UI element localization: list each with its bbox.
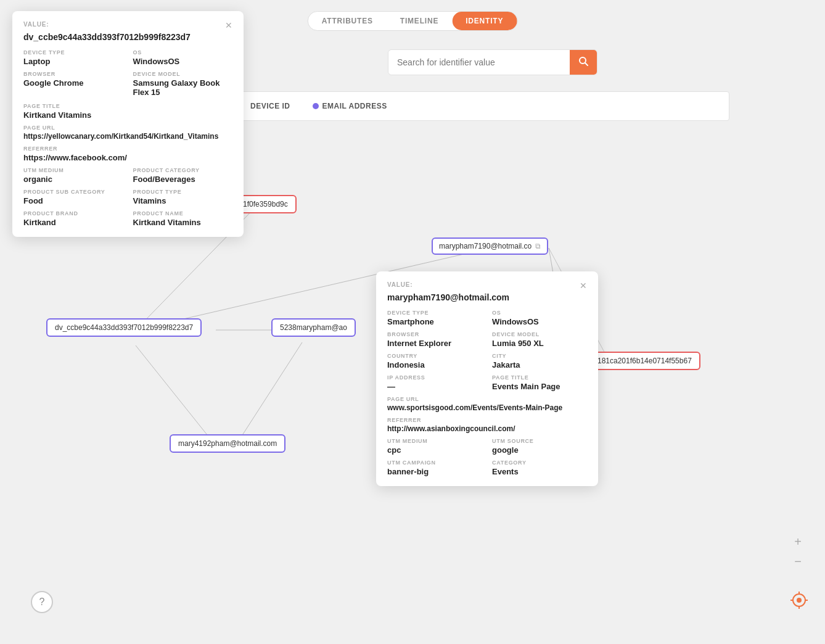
help-icon: ? — [39, 597, 45, 608]
label-r-browser: BROWSER — [387, 331, 482, 337]
search-bar — [388, 49, 597, 75]
value-r-device-model: Lumia 950 XL — [492, 339, 587, 348]
value-r-page-url: www.sportsisgood.com/Events/Events-Main-… — [387, 403, 587, 412]
node-dv-label: dv_ccbe9c44a33dd393f7012b999f8223d7 — [55, 323, 193, 332]
field-product-sub: PRODUCT SUB CATEGORY Food — [23, 189, 123, 205]
label-r-device-type: DEVICE TYPE — [387, 310, 482, 316]
tab-timeline[interactable]: TIMELINE — [387, 12, 452, 30]
zoom-out-button[interactable]: − — [789, 553, 807, 570]
field-r-page-url-group: PAGE URL www.sportsisgood.com/Events/Eve… — [387, 396, 587, 412]
label-device-model: DEVICE MODEL — [133, 71, 233, 77]
field-r-utm-source: UTM SOURCE google — [492, 438, 587, 455]
popup-right-value: marypham7190@hotmail.com — [387, 292, 587, 302]
label-r-category: CATEGORY — [492, 460, 587, 466]
search-button[interactable] — [570, 50, 597, 75]
label-r-city: CITY — [492, 353, 587, 359]
node-mary4192[interactable]: mary4192pham@hotmail.com — [170, 434, 285, 453]
label-r-page-title: PAGE TITLE — [492, 374, 587, 381]
popup-right-close[interactable]: ✕ — [580, 281, 587, 290]
field-r-utm-medium: UTM MEDIUM cpc — [387, 438, 482, 455]
value-r-utm-medium: cpc — [387, 445, 482, 455]
tab-identity[interactable]: IDENTITY — [452, 12, 517, 30]
label-utm-medium-l: UTM MEDIUM — [23, 167, 123, 173]
search-area — [259, 49, 726, 75]
node-5238[interactable]: 5238marypham@ao — [271, 318, 356, 337]
field-r-utm-campaign: UTM CAMPAIGN banner-big — [387, 460, 482, 476]
popup-left: VALUE: ✕ dv_ccbe9c44a33dd393f7012b999f82… — [12, 11, 244, 237]
field-r-country: COUNTRY Indonesia — [387, 353, 482, 369]
node-dv[interactable]: dv_ccbe9c44a33dd393f7012b999f8223d7 — [46, 318, 202, 337]
field-r-ip: IP ADDRESS — — [387, 374, 482, 391]
label-product-category: PRODUCT CATEGORY — [133, 167, 233, 173]
filter-email[interactable]: EMAIL ADDRESS — [304, 98, 396, 114]
value-device-type: Laptop — [23, 57, 123, 66]
popup-left-value: dv_ccbe9c44a33dd393f7012b999f8223d7 — [23, 32, 232, 42]
field-r-device-model: DEVICE MODEL Lumia 950 XL — [492, 331, 587, 348]
copy-icon[interactable]: ⧉ — [535, 242, 541, 250]
popup-right-label: VALUE: — [387, 281, 412, 288]
value-r-utm-source: google — [492, 445, 587, 455]
label-r-referrer: REFERRER — [387, 417, 587, 423]
label-product-type: PRODUCT TYPE — [133, 189, 233, 195]
zoom-in-button[interactable]: + — [789, 533, 807, 550]
field-device-type: DEVICE TYPE Laptop — [23, 49, 123, 66]
value-device-model: Samsung Galaxy Book Flex 15 — [133, 78, 233, 97]
email-badge-text: marypham7190@hotmail.co — [439, 242, 532, 250]
filter-device-id[interactable]: DEVICE ID — [242, 98, 299, 114]
popup-left-header: VALUE: ✕ — [23, 21, 232, 30]
field-page-title-group: PAGE TITLE Kirtkand Vitamins — [23, 103, 232, 120]
label-r-ip: IP ADDRESS — [387, 374, 482, 381]
node-1f0fe-label: 1f0fe359bd9c — [243, 200, 288, 208]
value-referrer-l: https://www.facebook.com/ — [23, 153, 232, 162]
field-r-browser: BROWSER Internet Explorer — [387, 331, 482, 348]
help-button[interactable]: ? — [31, 591, 53, 613]
label-r-utm-medium: UTM MEDIUM — [387, 438, 482, 444]
field-product-category: PRODUCT CATEGORY Food/Beverages — [133, 167, 233, 184]
value-r-os: WindowsOS — [492, 317, 587, 326]
popup-left-label: VALUE: — [23, 21, 49, 28]
field-r-os: OS WindowsOS — [492, 310, 587, 326]
tab-attributes[interactable]: ATTRIBUTES — [308, 12, 387, 30]
zoom-controls: + − — [789, 533, 807, 570]
label-product-name: PRODUCT NAME — [133, 210, 233, 217]
search-input[interactable] — [388, 51, 570, 73]
field-product-brand: PRODUCT BRAND Kirtkand — [23, 210, 123, 227]
field-r-referrer-group: REFERRER http://www.asianboxingcouncil.c… — [387, 417, 587, 433]
field-product-type: PRODUCT TYPE Vitamins — [133, 189, 233, 205]
value-r-country: Indonesia — [387, 360, 482, 369]
field-r-city: CITY Jakarta — [492, 353, 587, 369]
value-os: WindowsOS — [133, 57, 233, 66]
node-181ca[interactable]: 181ca201f6b14e0714f55b67 — [589, 352, 700, 370]
value-product-brand: Kirtkand — [23, 218, 123, 227]
svg-line-6 — [136, 345, 210, 438]
field-device-model: DEVICE MODEL Samsung Galaxy Book Flex 15 — [133, 71, 233, 97]
svg-line-1 — [585, 63, 588, 65]
email-badge[interactable]: marypham7190@hotmail.co ⧉ — [432, 237, 548, 255]
node-181ca-label: 181ca201f6b14e0714f55b67 — [597, 357, 692, 365]
label-r-page-url: PAGE URL — [387, 396, 587, 402]
label-r-utm-campaign: UTM CAMPAIGN — [387, 460, 482, 466]
main-container: ATTRIBUTES TIMELINE IDENTITY DEVICE ID E… — [0, 0, 825, 644]
value-product-category: Food/Beverages — [133, 175, 233, 184]
field-os: OS WindowsOS — [133, 49, 233, 66]
value-page-url-l: https://yellowcanary.com/Kirtkand54/Kirt… — [23, 132, 232, 141]
field-r-page-title: PAGE TITLE Events Main Page — [492, 374, 587, 391]
node-5238-label: 5238marypham@ao — [280, 323, 347, 332]
value-product-name: Kirtkand Vitamins — [133, 218, 233, 227]
label-r-country: COUNTRY — [387, 353, 482, 359]
email-label: EMAIL ADDRESS — [322, 102, 387, 110]
value-r-browser: Internet Explorer — [387, 339, 482, 348]
label-r-utm-source: UTM SOURCE — [492, 438, 587, 444]
popup-left-fields-2: UTM MEDIUM organic PRODUCT CATEGORY Food… — [23, 167, 232, 227]
value-r-city: Jakarta — [492, 360, 587, 369]
field-utm-medium: UTM MEDIUM organic — [23, 167, 123, 184]
value-r-device-type: Smartphone — [387, 317, 482, 326]
locate-button[interactable] — [788, 591, 810, 613]
node-1f0fe[interactable]: 1f0fe359bd9c — [234, 195, 297, 213]
label-os: OS — [133, 49, 233, 56]
popup-right-fields: DEVICE TYPE Smartphone OS WindowsOS BROW… — [387, 310, 587, 391]
label-referrer-l: REFERRER — [23, 146, 232, 152]
popup-left-close[interactable]: ✕ — [225, 21, 232, 30]
popup-left-fields: DEVICE TYPE Laptop OS WindowsOS BROWSER … — [23, 49, 232, 97]
label-product-brand: PRODUCT BRAND — [23, 210, 123, 217]
